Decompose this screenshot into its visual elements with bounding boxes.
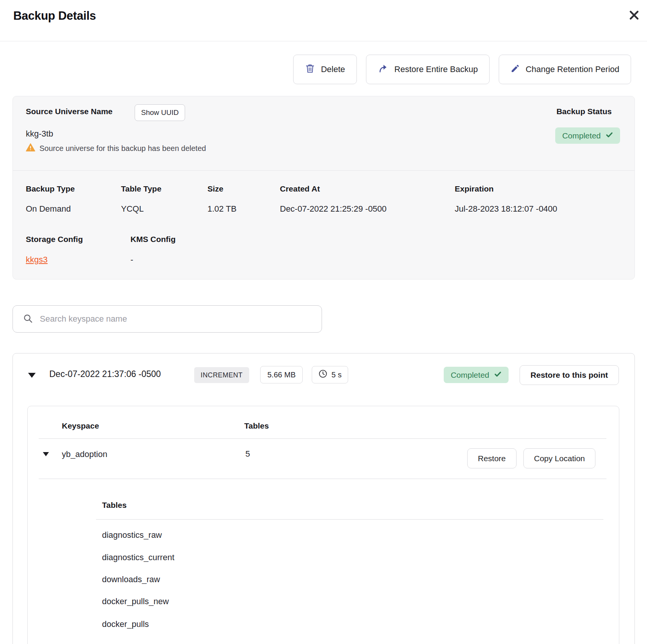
clock-icon — [318, 369, 328, 380]
change-retention-period-button[interactable]: Change Retention Period — [499, 55, 631, 84]
backup-status-badge: Completed — [555, 127, 620, 144]
close-button[interactable] — [626, 8, 642, 24]
table-header-divider — [39, 438, 606, 439]
keyspace-restore-button[interactable]: Restore — [467, 448, 517, 468]
keyspace-search-box[interactable] — [13, 305, 322, 333]
source-universe-name-label: Source Universe Name — [26, 107, 113, 116]
action-toolbar: Delete Restore Entire Backup Change Rete… — [293, 55, 631, 84]
tables-section-divider — [96, 519, 603, 520]
expiration-value: Jul-28-2023 18:12:07 -0400 — [455, 204, 557, 214]
check-icon — [494, 370, 502, 380]
trash-icon — [305, 63, 315, 76]
search-icon — [23, 313, 33, 325]
restore-arrow-icon — [378, 63, 389, 76]
page-title: Backup Details — [13, 9, 96, 23]
table-list-item: docker_pulls — [102, 619, 149, 629]
keyspace-row-divider — [39, 479, 606, 479]
tables-section-header: Tables — [102, 501, 127, 510]
check-icon — [605, 131, 613, 141]
created-at-value: Dec-07-2022 21:25:29 -0500 — [280, 204, 386, 214]
duration-text: 5 s — [331, 371, 342, 379]
tables-column-header: Tables — [244, 421, 269, 430]
storage-config-link[interactable]: kkgs3 — [26, 255, 47, 264]
increment-status-badge: Completed — [444, 367, 509, 383]
change-retention-period-label: Change Retention Period — [526, 64, 619, 74]
keyspace-name: yb_adoption — [62, 449, 107, 459]
universe-name-value: kkg-3tb — [26, 129, 53, 139]
restore-to-this-point-button[interactable]: Restore to this point — [520, 365, 619, 385]
kms-config-label: KMS Config — [130, 235, 176, 244]
increment-size-badge: 5.66 MB — [260, 366, 303, 383]
increment-timestamp: Dec-07-2022 21:37:06 -0500 — [49, 369, 161, 379]
show-uuid-button[interactable]: Show UUID — [135, 104, 185, 121]
size-label: Size — [207, 184, 223, 193]
backup-increment-card: Dec-07-2022 21:37:06 -0500 INCREMENT 5.6… — [13, 353, 635, 644]
copy-location-button[interactable]: Copy Location — [523, 448, 595, 468]
backup-summary-panel: Source Universe Name Show UUID Backup St… — [13, 96, 635, 280]
close-icon — [628, 9, 640, 23]
backup-status-label: Backup Status — [556, 107, 612, 116]
delete-button[interactable]: Delete — [293, 55, 357, 84]
storage-config-label: Storage Config — [26, 235, 83, 244]
table-list-item: diagnostics_current — [102, 553, 174, 562]
increment-expand-caret-icon[interactable] — [28, 373, 36, 378]
delete-button-label: Delete — [321, 64, 345, 74]
keyspace-tables-count: 5 — [245, 449, 250, 459]
increment-type-badge: INCREMENT — [194, 367, 249, 383]
increment-duration-badge: 5 s — [312, 366, 348, 383]
kms-config-value: - — [130, 255, 133, 265]
universe-deleted-warning: Source universe for this backup has been… — [26, 143, 206, 154]
pencil-icon — [510, 64, 520, 75]
search-input[interactable] — [40, 314, 312, 324]
warning-text: Source universe for this backup has been… — [39, 144, 206, 153]
expiration-label: Expiration — [455, 184, 494, 193]
table-list-item: downloads_raw — [102, 575, 160, 584]
keyspace-expand-caret-icon[interactable] — [43, 452, 49, 456]
size-value: 1.02 TB — [207, 204, 237, 214]
keyspace-column-header: Keyspace — [62, 421, 99, 430]
panel-divider — [13, 170, 634, 171]
restore-entire-backup-button[interactable]: Restore Entire Backup — [366, 55, 490, 84]
keyspace-table: Keyspace Tables yb_adoption 5 Restore Co… — [27, 406, 619, 644]
table-list-item: docker_pulls_new — [102, 597, 169, 606]
backup-type-value: On Demand — [26, 204, 71, 214]
backup-type-label: Backup Type — [26, 184, 75, 193]
table-type-label: Table Type — [121, 184, 162, 193]
increment-status-text: Completed — [451, 371, 489, 380]
backup-status-text: Completed — [562, 131, 601, 140]
table-type-value: YCQL — [121, 204, 144, 214]
restore-entire-backup-label: Restore Entire Backup — [394, 64, 478, 74]
created-at-label: Created At — [280, 184, 320, 193]
warning-triangle-icon — [26, 143, 35, 154]
table-list-item: diagnostics_raw — [102, 530, 162, 540]
header-divider — [0, 41, 647, 41]
